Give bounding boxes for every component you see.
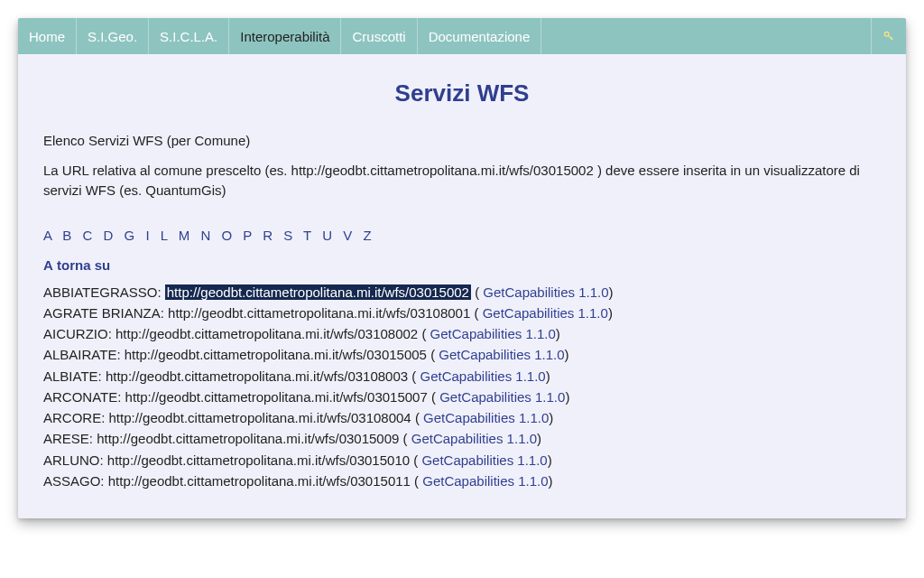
wfs-url: http://geodbt.cittametropolitana.mi.it/w… [106,368,408,384]
getcapabilities-link[interactable]: GetCapabilities 1.1.0 [421,452,547,468]
alpha-letter-n[interactable]: N [200,228,211,243]
alpha-letter-o[interactable]: O [221,228,233,243]
comune-row: AGRATE BRIANZA: http://geodbt.cittametro… [43,303,881,323]
comune-name: AGRATE BRIANZA: [43,305,168,321]
getcapabilities-link[interactable]: GetCapabilities 1.1.0 [411,431,537,446]
comune-row: ALBAIRATE: http://geodbt.cittametropolit… [43,344,881,365]
comune-name: ALBIATE: [43,368,106,384]
alpha-letter-v[interactable]: V [343,228,353,243]
getcapabilities-link[interactable]: GetCapabilities 1.1.0 [420,368,545,384]
comune-row: ABBIATEGRASSO: http://geodbt.cittametrop… [43,282,881,303]
alpha-letter-t[interactable]: T [303,228,312,243]
comune-name: AICURZIO: [43,326,116,341]
comune-name: ABBIATEGRASSO: [43,284,165,300]
wfs-url: http://geodbt.cittametropolitana.mi.it/w… [125,389,428,405]
alpha-letter-c[interactable]: C [83,228,94,243]
alpha-letter-m[interactable]: M [179,228,191,243]
comune-name: ARCORE: [43,410,109,425]
getcapabilities-link[interactable]: GetCapabilities 1.1.0 [430,326,556,341]
nav-spacer [541,18,871,54]
alpha-letter-z[interactable]: Z [363,228,372,243]
alpha-letter-b[interactable]: B [62,228,72,243]
getcapabilities-link[interactable]: GetCapabilities 1.1.0 [439,347,564,362]
comune-row: ARLUNO: http://geodbt.cittametropolitana… [43,450,881,471]
alpha-letter-l[interactable]: L [161,228,169,243]
alpha-letter-p[interactable]: P [243,228,253,243]
getcapabilities-link[interactable]: GetCapabilities 1.1.0 [423,410,549,425]
nav-sicla[interactable]: S.I.C.L.A. [148,18,228,54]
getcapabilities-link[interactable]: GetCapabilities 1.1.0 [422,473,548,489]
main-nav: HomeS.I.Geo.S.I.C.L.A.InteroperabilitàCr… [18,18,906,54]
key-icon[interactable] [871,18,906,54]
wfs-url: http://geodbt.cittametropolitana.mi.it/w… [108,473,411,489]
nav-interoperabilit[interactable]: Interoperabilità [228,18,340,54]
letter-label: A [43,257,53,273]
nav-sigeo[interactable]: S.I.Geo. [76,18,148,54]
wfs-url: http://geodbt.cittametropolitana.mi.it/w… [165,284,471,300]
nav-cruscotti[interactable]: Cruscotti [340,18,416,54]
comune-name: ARLUNO: [43,452,107,468]
page-title: Servizi WFS [43,79,881,107]
wfs-url: http://geodbt.cittametropolitana.mi.it/w… [107,452,410,468]
alpha-letter-a[interactable]: A [43,228,52,243]
alpha-letter-d[interactable]: D [104,228,115,243]
alpha-letter-u[interactable]: U [322,228,333,243]
comune-row: ARCONATE: http://geodbt.cittametropolita… [43,387,881,407]
comune-row: ARESE: http://geodbt.cittametropolitana.… [43,428,881,449]
comune-name: ARCONATE: [43,389,125,405]
page-card: HomeS.I.Geo.S.I.C.L.A.InteroperabilitàCr… [18,18,906,518]
content-area: Servizi WFS Elenco Servizi WFS (per Comu… [18,54,906,518]
letter-anchor: A torna su [43,257,881,273]
comune-row: ASSAGO: http://geodbt.cittametropolitana… [43,471,881,491]
nav-documentazione[interactable]: Documentazione [417,18,541,54]
description: La URL relativa al comune prescelto (es.… [43,161,881,200]
alpha-letter-s[interactable]: S [283,228,293,243]
svg-point-0 [884,32,889,36]
nav-home[interactable]: Home [18,18,76,54]
comune-name: ALBAIRATE: [43,347,125,362]
alpha-letter-i[interactable]: I [145,228,150,243]
comune-row: AICURZIO: http://geodbt.cittametropolita… [43,323,881,344]
subtitle: Elenco Servizi WFS (per Comune) [43,133,881,148]
comune-row: ARCORE: http://geodbt.cittametropolitana… [43,407,881,428]
comune-name: ARESE: [43,431,97,446]
getcapabilities-link[interactable]: GetCapabilities 1.1.0 [483,284,608,300]
back-to-top-link[interactable]: torna su [57,257,110,273]
wfs-url: http://geodbt.cittametropolitana.mi.it/w… [109,410,411,425]
comune-name: ASSAGO: [43,473,108,489]
wfs-url: http://geodbt.cittametropolitana.mi.it/w… [97,431,399,446]
wfs-url: http://geodbt.cittametropolitana.mi.it/w… [125,347,427,362]
comune-row: ALBIATE: http://geodbt.cittametropolitan… [43,366,881,387]
getcapabilities-link[interactable]: GetCapabilities 1.1.0 [439,389,565,405]
alphabet-index: A B C D G I L M N O P R S T U V Z [43,228,881,243]
getcapabilities-link[interactable]: GetCapabilities 1.1.0 [483,305,608,321]
alpha-letter-g[interactable]: G [125,228,136,243]
wfs-url: http://geodbt.cittametropolitana.mi.it/w… [168,305,470,321]
alpha-letter-r[interactable]: R [263,228,273,243]
wfs-url: http://geodbt.cittametropolitana.mi.it/w… [116,326,418,341]
comune-list: ABBIATEGRASSO: http://geodbt.cittametrop… [43,282,881,492]
